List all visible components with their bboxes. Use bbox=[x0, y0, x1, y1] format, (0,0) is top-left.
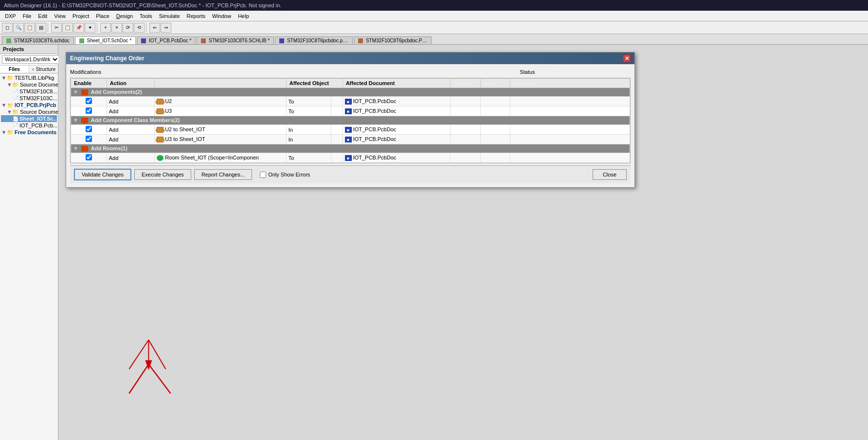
tab-pcb-icon bbox=[141, 38, 146, 43]
col-check: Check bbox=[451, 79, 480, 88]
affected-doc-cell: ■IOT_PCB.PcbDoc bbox=[343, 153, 450, 163]
tree-label: IOT_PCB.PrjPcb bbox=[15, 102, 56, 108]
tab-sheet-iot[interactable]: Sheet_IOT.SchDoc * bbox=[75, 36, 136, 44]
validate-changes-button[interactable]: Validate Changes bbox=[74, 169, 131, 180]
col-affected-document: Affected Document bbox=[343, 79, 450, 88]
tab-stm32-sch[interactable]: STM32F103C8T6.schdoc bbox=[2, 36, 74, 44]
dialog-close-button[interactable]: ✕ bbox=[623, 54, 631, 62]
menu-dxp[interactable]: DXP bbox=[2, 12, 19, 20]
toolbar-btn-14[interactable]: ⇒ bbox=[161, 23, 171, 33]
enable-cell bbox=[71, 135, 107, 144]
tab-pcblib-icon bbox=[358, 38, 363, 43]
toolbar-btn-3[interactable]: 📋 bbox=[24, 23, 35, 33]
toolbar-btn-11[interactable]: ⟳ bbox=[123, 23, 133, 33]
affected-doc-cell: ■IOT_PCB.PcbDoc bbox=[343, 125, 450, 135]
tab-pcblib[interactable]: STM32F10C8T6pcbdoc.PcbLib bbox=[354, 36, 432, 44]
tree-item-iot-prjpcb[interactable]: ▼ 📁 IOT_PCB.PrjPcb bbox=[1, 102, 57, 108]
tab-stm32-schlib[interactable]: STM32F103C8T6.SCHLIB * bbox=[197, 36, 274, 44]
menu-help[interactable]: Help bbox=[235, 12, 252, 20]
menu-simulate[interactable]: Simulate bbox=[156, 12, 183, 20]
close-button[interactable]: Close bbox=[593, 169, 627, 180]
menu-reports[interactable]: Reports bbox=[184, 12, 209, 20]
affected-doc-cell: ■IOT_PCB.PcbDoc bbox=[343, 97, 450, 106]
enable-checkbox[interactable] bbox=[86, 126, 92, 132]
content-area: Engineering Change Order ✕ Modifications… bbox=[58, 45, 868, 440]
action-cell: Add bbox=[107, 97, 154, 106]
toolbar-btn-9[interactable]: + bbox=[100, 23, 111, 33]
enable-checkbox[interactable] bbox=[86, 98, 92, 104]
workspace-dropdown[interactable]: Workspace1.DsnWrk bbox=[2, 55, 59, 64]
tree-item-src-docs-2[interactable]: ▼ 📁 Source Documents bbox=[1, 108, 57, 115]
component-icon bbox=[157, 137, 163, 142]
tree-item-src-docs-1[interactable]: ▼ 📁 Source Documents bbox=[1, 81, 57, 88]
only-errors-checkbox[interactable] bbox=[260, 172, 266, 178]
tree-item-sheet-iot[interactable]: 📄 Sheet_IOT.Sc... bbox=[1, 115, 57, 122]
toolbar-btn-6[interactable]: 📋 bbox=[62, 23, 73, 33]
menu-place[interactable]: Place bbox=[93, 12, 112, 20]
menu-window[interactable]: Window bbox=[209, 12, 234, 20]
tree-item-free-docs[interactable]: ▼ 📁 Free Documents bbox=[1, 129, 57, 136]
tree-item-stm32-lib2[interactable]: 📄 STM32F103C... bbox=[1, 95, 57, 102]
section-row-1: ▼ Add Component Class Members(2) bbox=[71, 116, 630, 125]
col-action: Action bbox=[107, 79, 154, 88]
section-toggle[interactable]: ▼ bbox=[73, 89, 80, 95]
pcb-icon: 📁 bbox=[7, 102, 14, 108]
enable-checkbox[interactable] bbox=[86, 136, 92, 142]
enable-checkbox[interactable] bbox=[86, 154, 92, 160]
menu-view[interactable]: View bbox=[51, 12, 69, 20]
lib-icon: 📄 bbox=[13, 88, 18, 94]
toolbar-btn-13[interactable]: ⇐ bbox=[149, 23, 160, 33]
tab-lib-icon bbox=[201, 38, 206, 43]
check-cell bbox=[451, 106, 480, 116]
message-cell bbox=[510, 97, 630, 106]
component-icon bbox=[157, 127, 163, 133]
panel-tab-structure[interactable]: ○ Structure bbox=[29, 66, 58, 73]
tab-iot-pcb[interactable]: IOT_PCB.PcbDoc * bbox=[137, 36, 196, 44]
report-changes-button[interactable]: Report Changes... bbox=[194, 169, 252, 180]
tree-item-stm32-lib1[interactable]: 📄 STM32F10C8... bbox=[1, 88, 57, 95]
toolbar-btn-4[interactable]: ▤ bbox=[36, 23, 46, 33]
tree-label: Free Documents bbox=[15, 129, 56, 135]
enable-cell bbox=[71, 97, 107, 106]
component-icon bbox=[157, 108, 163, 114]
table-row: Add Room Sheet_IOT (Scope=InComponen To … bbox=[71, 153, 630, 163]
menu-file[interactable]: File bbox=[20, 12, 35, 20]
toolbar-btn-2[interactable]: 🔍 bbox=[13, 23, 24, 33]
tree-item-iot-pcb[interactable]: 📄 IOT_PCB.Pcb... bbox=[1, 122, 57, 129]
action-cell: Add bbox=[107, 106, 154, 116]
menu-design[interactable]: Design bbox=[113, 12, 136, 20]
sch-icon: 📄 bbox=[13, 116, 18, 122]
dialog-overlay: Engineering Change Order ✕ Modifications… bbox=[58, 45, 868, 440]
toolbar-sep-1 bbox=[48, 23, 50, 33]
toolbar-btn-10[interactable]: × bbox=[111, 23, 122, 33]
menu-project[interactable]: Project bbox=[70, 12, 92, 20]
tab-pcbdoc2[interactable]: STM32F10C8T6pcbdoc.pcbdoc bbox=[275, 36, 353, 44]
panel-tab-files[interactable]: Files bbox=[0, 66, 29, 73]
toolbar-sep-2 bbox=[97, 23, 99, 33]
menu-bar: DXP File Edit View Project Place Design … bbox=[0, 11, 868, 21]
col-enable: Enable bbox=[71, 79, 107, 88]
folder-icon: 📁 bbox=[7, 75, 14, 81]
execute-changes-button[interactable]: Execute Changes bbox=[134, 169, 191, 180]
only-errors-label[interactable]: Only Show Errors bbox=[260, 172, 310, 178]
toolbar-btn-5[interactable]: ✂ bbox=[51, 23, 62, 33]
eco-table-container: Enable Action Affected Object Affected D… bbox=[70, 78, 631, 163]
toolbar-btn-1[interactable]: ◻ bbox=[2, 23, 13, 33]
menu-edit[interactable]: Edit bbox=[35, 12, 50, 20]
tree-toggle: ▼ bbox=[7, 82, 12, 88]
section-toggle[interactable]: ▼ bbox=[73, 117, 80, 123]
col-message: Message bbox=[510, 79, 630, 88]
section-toggle[interactable]: ▼ bbox=[73, 145, 80, 151]
action-cell: Add bbox=[107, 125, 154, 135]
toolbar-btn-7[interactable]: 📌 bbox=[73, 23, 84, 33]
toolbar-btn-8[interactable]: ✦ bbox=[85, 23, 95, 33]
enable-checkbox[interactable] bbox=[86, 107, 92, 114]
toolbar-btn-12[interactable]: ⟲ bbox=[134, 23, 145, 33]
tree-item-testlib[interactable]: ▼ 📁 TESTLIB.LibPkg bbox=[1, 74, 57, 81]
direction-cell: To bbox=[286, 106, 331, 116]
affected-doc-cell: ■IOT_PCB.PcbDoc bbox=[343, 135, 450, 144]
affected-object-cell: U2 to Sheet_IOT bbox=[155, 125, 287, 135]
affected-object-cell: U2 bbox=[155, 97, 287, 106]
menu-tools[interactable]: Tools bbox=[137, 12, 155, 20]
main-layout: Projects Workspace1.DsnWrk Workspace Fil… bbox=[0, 45, 868, 440]
